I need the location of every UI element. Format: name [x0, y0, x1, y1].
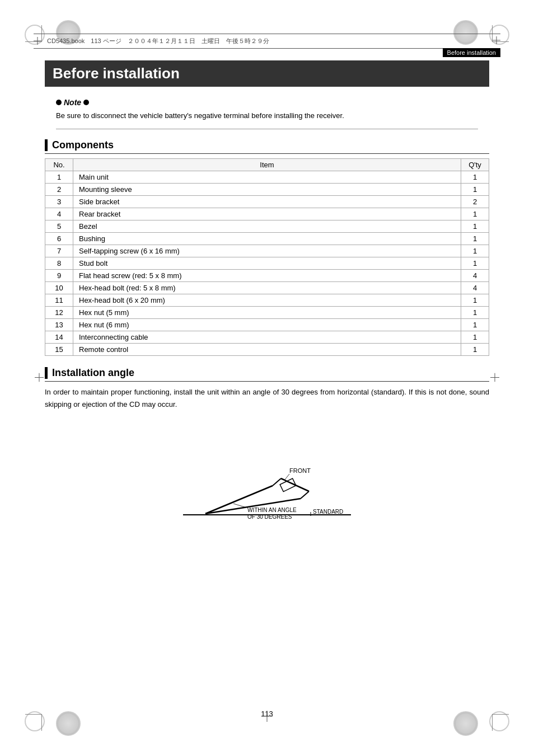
- cell-qty: 4: [461, 269, 489, 281]
- installation-diagram: FRONT WITHIN AN ANGLE OF 30 DEGREES STAN…: [161, 425, 373, 537]
- table-row: 11Hex-head bolt (6 x 20 mm)1: [45, 294, 489, 306]
- col-header-no: No.: [45, 158, 73, 171]
- bottom-center-crosshair: [261, 711, 273, 724]
- page-tab-label: Before installation: [447, 49, 496, 56]
- cell-item: Interconnecting cable: [73, 331, 461, 343]
- svg-line-12: [233, 504, 246, 508]
- cell-item: Hex nut (6 mm): [73, 318, 461, 331]
- cell-no: 11: [45, 294, 73, 306]
- svg-line-8: [301, 491, 309, 499]
- header-crosshair-left: [34, 37, 41, 45]
- cell-no: 6: [45, 232, 73, 245]
- installation-title: Installation angle: [52, 367, 134, 379]
- cell-item: Side bracket: [73, 195, 461, 208]
- svg-line-11: [285, 474, 289, 480]
- col-header-qty: Q'ty: [461, 158, 489, 171]
- angle-label-2: OF 30 DEGREES: [247, 514, 292, 520]
- cell-no: 5: [45, 220, 73, 232]
- table-row: 6Bushing1: [45, 232, 489, 245]
- cell-item: Hex nut (5 mm): [73, 306, 461, 318]
- cell-no: 3: [45, 195, 73, 208]
- table-row: 15Remote control1: [45, 343, 489, 355]
- svg-line-7: [281, 478, 309, 491]
- components-heading: Components: [45, 139, 489, 154]
- cell-qty: 1: [461, 331, 489, 343]
- angle-label-1: WITHIN AN ANGLE: [247, 507, 297, 513]
- cell-qty: 1: [461, 208, 489, 220]
- note-dot-left: [56, 100, 62, 105]
- cell-item: Stud bolt: [73, 257, 461, 269]
- note-dot-right: [83, 100, 89, 105]
- right-mid-crosshair: [490, 373, 499, 383]
- cell-item: Flat head screw (red: 5 x 8 mm): [73, 269, 461, 281]
- cell-no: 4: [45, 208, 73, 220]
- note-header: Note: [56, 98, 478, 107]
- installation-heading: Installation angle: [45, 367, 489, 382]
- cell-item: Bezel: [73, 220, 461, 232]
- cell-qty: 1: [461, 294, 489, 306]
- cell-item: Bushing: [73, 232, 461, 245]
- page-title: Before installation: [53, 65, 481, 82]
- components-table: No. Item Q'ty 1Main unit12Mounting sleev…: [45, 158, 489, 356]
- diagram-container: FRONT WITHIN AN ANGLE OF 30 DEGREES STAN…: [45, 420, 489, 543]
- cell-no: 1: [45, 171, 73, 183]
- cell-item: Remote control: [73, 343, 461, 355]
- cell-item: Rear bracket: [73, 208, 461, 220]
- cell-no: 2: [45, 183, 73, 195]
- note-divider: [56, 129, 478, 129]
- cell-qty: 4: [461, 281, 489, 294]
- note-section: Note Be sure to disconnect the vehicle b…: [45, 98, 489, 129]
- standard-label: STANDARD: [313, 509, 343, 515]
- main-content: Before installation Note Be sure to disc…: [45, 60, 489, 554]
- cell-no: 8: [45, 257, 73, 269]
- table-row: 9Flat head screw (red: 5 x 8 mm)4: [45, 269, 489, 281]
- cell-qty: 1: [461, 257, 489, 269]
- cell-qty: 1: [461, 183, 489, 195]
- cell-no: 13: [45, 318, 73, 331]
- col-header-item: Item: [73, 158, 461, 171]
- cell-item: Self-tapping screw (6 x 16 mm): [73, 245, 461, 257]
- components-title: Components: [52, 139, 114, 151]
- cell-no: 15: [45, 343, 73, 355]
- installation-angle-section: Installation angle In order to maintain …: [45, 367, 489, 543]
- table-row: 7Self-tapping screw (6 x 16 mm)1: [45, 245, 489, 257]
- svg-rect-10: [280, 478, 296, 492]
- cell-qty: 1: [461, 343, 489, 355]
- cell-no: 14: [45, 331, 73, 343]
- table-row: 8Stud bolt1: [45, 257, 489, 269]
- left-mid-crosshair: [35, 373, 44, 383]
- cell-qty: 1: [461, 318, 489, 331]
- header-bar: CD5435.book 113 ページ ２００４年１２月１１日 土曜日 午後５時…: [34, 34, 500, 49]
- cell-qty: 2: [461, 195, 489, 208]
- installation-text: In order to maintain proper functioning,…: [45, 386, 489, 411]
- title-bar: Before installation: [45, 60, 489, 87]
- table-row: 3Side bracket2: [45, 195, 489, 208]
- table-row: 14Interconnecting cable1: [45, 331, 489, 343]
- note-label: Note: [64, 98, 81, 107]
- table-row: 4Rear bracket1: [45, 208, 489, 220]
- file-info: CD5435.book 113 ページ ２００４年１２月１１日 土曜日 午後５時…: [34, 37, 269, 45]
- table-row: 5Bezel1: [45, 220, 489, 232]
- table-row: 2Mounting sleeve1: [45, 183, 489, 195]
- cell-item: Main unit: [73, 171, 461, 183]
- file-info-text: CD5435.book 113 ページ ２００４年１２月１１日 土曜日 午後５時…: [47, 37, 269, 45]
- page-wrapper: CD5435.book 113 ページ ２００４年１２月１１日 土曜日 午後５時…: [0, 0, 534, 756]
- cell-no: 9: [45, 269, 73, 281]
- cell-no: 12: [45, 306, 73, 318]
- table-row: 13Hex nut (6 mm)1: [45, 318, 489, 331]
- cell-item: Hex-head bolt (6 x 20 mm): [73, 294, 461, 306]
- cell-qty: 1: [461, 232, 489, 245]
- cell-item: Mounting sleeve: [73, 183, 461, 195]
- heading-bar: [45, 139, 48, 151]
- cell-qty: 1: [461, 171, 489, 183]
- cell-qty: 1: [461, 220, 489, 232]
- heading-bar-2: [45, 367, 48, 379]
- front-label: FRONT: [289, 467, 311, 474]
- table-row: 10Hex-head bolt (red: 5 x 8 mm)4: [45, 281, 489, 294]
- page-tab: Before installation: [443, 48, 500, 57]
- cell-item: Hex-head bolt (red: 5 x 8 mm): [73, 281, 461, 294]
- cell-qty: 1: [461, 306, 489, 318]
- header-crosshair-right: [493, 36, 500, 46]
- components-section: Components No. Item Q'ty 1Main unit12Mou…: [45, 139, 489, 356]
- cell-qty: 1: [461, 245, 489, 257]
